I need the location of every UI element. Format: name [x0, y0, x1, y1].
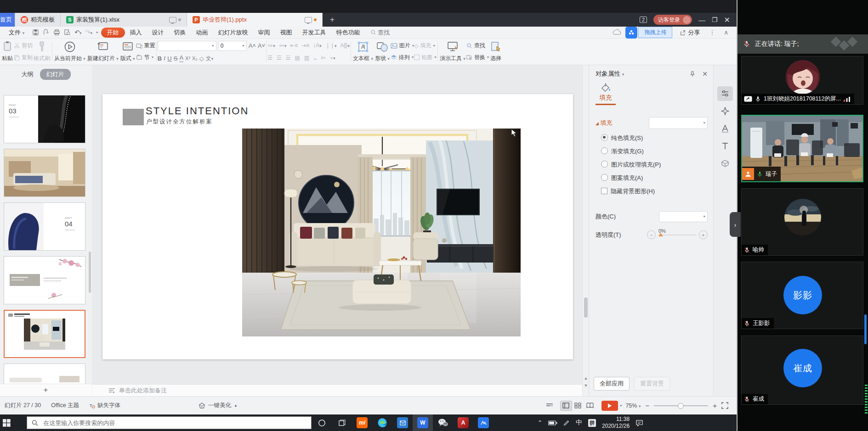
- zoom-in-button[interactable]: +: [713, 402, 717, 409]
- participant-tile-wangyingying[interactable]: 影影 王影影: [741, 262, 863, 329]
- thumbnails-scrollbar[interactable]: [89, 252, 91, 293]
- participant-tile-yushuai[interactable]: 喻帅: [741, 188, 863, 256]
- subscript-button[interactable]: X₂: [192, 56, 198, 61]
- reset-button[interactable]: 重置: [136, 42, 155, 50]
- fill-section-header[interactable]: ◢ 填充: [596, 119, 613, 127]
- restore-button[interactable]: ❐: [712, 16, 718, 23]
- menu-devtools[interactable]: 开发工具: [297, 28, 331, 37]
- indent-button[interactable]: ⇥≡: [301, 42, 309, 49]
- apply-all-button[interactable]: 全部应用: [594, 377, 630, 391]
- drag-upload-tooltip[interactable]: 拖拽上传: [638, 27, 672, 38]
- edge-browser-icon[interactable]: [372, 414, 392, 431]
- canvas-scroll-thumb[interactable]: [584, 297, 588, 318]
- superscript-button[interactable]: X²: [185, 56, 190, 61]
- living-room-photo[interactable]: [242, 129, 521, 336]
- align-left-button[interactable]: ☰: [267, 55, 272, 61]
- fill-option-solid[interactable]: 纯色填充(S): [596, 134, 708, 142]
- clock[interactable]: 11:38 2020/12/26: [602, 416, 630, 430]
- transparency-plus-button[interactable]: +: [699, 230, 708, 239]
- highlight-button[interactable]: ◇: [199, 55, 204, 62]
- outdent-button[interactable]: ⇤≡: [290, 42, 298, 49]
- cloud-sync-icon[interactable]: [613, 29, 622, 36]
- notes-toggle-icon[interactable]: [544, 401, 556, 411]
- undo-button[interactable]: ↶▾: [74, 29, 81, 36]
- theme-name[interactable]: Office 主题: [51, 402, 79, 409]
- tab-xlsx[interactable]: S 家装预算(1).xlsx: [61, 13, 187, 27]
- fill-tab[interactable]: 填充: [596, 83, 616, 105]
- valign-mid-button[interactable]: ⊨: [321, 55, 325, 61]
- strikethrough-button[interactable]: S: [174, 55, 178, 62]
- new-slide-button[interactable]: 新建幻灯片 ▾: [86, 40, 119, 63]
- menu-animation[interactable]: 动画: [191, 28, 213, 37]
- more-font-button[interactable]: 文▾: [206, 55, 214, 62]
- share-button[interactable]: 分享: [688, 28, 700, 37]
- minimize-button[interactable]: —: [698, 16, 705, 24]
- line-spacing-button[interactable]: ↕A▾: [313, 42, 322, 49]
- pin-icon[interactable]: [689, 71, 696, 77]
- wps-app-icon-active[interactable]: W: [413, 414, 433, 431]
- ime-pinyin-icon[interactable]: 拼: [588, 419, 596, 427]
- play-from-current-button[interactable]: 从当前开始 ▾: [53, 40, 86, 63]
- wordart-strip-icon[interactable]: [717, 121, 733, 136]
- menu-review[interactable]: 审阅: [253, 28, 275, 37]
- tray-expand-chevron[interactable]: ⌃: [538, 420, 542, 426]
- properties-strip-icon[interactable]: [717, 86, 733, 101]
- fill-option-pattern[interactable]: 图案填充(A): [596, 174, 708, 182]
- canvas-scrollbar[interactable]: ▲ ▼: [582, 65, 589, 396]
- missing-font-button[interactable]: T 缺失字体: [89, 402, 120, 409]
- slide-subtitle[interactable]: 户型设计全方位解析案: [146, 118, 213, 126]
- wechat-icon[interactable]: [433, 414, 453, 431]
- align-right-button[interactable]: ☱: [286, 55, 291, 61]
- taskbar-search-input[interactable]: [42, 419, 306, 427]
- distribute-button[interactable]: ▥: [304, 55, 309, 61]
- sorter-view-button[interactable]: [572, 401, 584, 411]
- participant-tile-speaking[interactable]: 瑞子: [741, 115, 863, 182]
- notification-center-icon[interactable]: [635, 420, 643, 426]
- print-preview-icon[interactable]: [64, 29, 71, 36]
- shapes-button[interactable]: 形状 ▾: [374, 40, 391, 63]
- outline-tab[interactable]: 大纲: [22, 70, 34, 78]
- transparency-slider-thumb[interactable]: [658, 233, 663, 236]
- notes-bar[interactable]: 单击此处添加备注: [92, 384, 582, 396]
- panel-title[interactable]: 对象属性 ▾: [596, 70, 624, 78]
- ime-language-icon[interactable]: 中: [576, 419, 582, 427]
- color-picker-combo[interactable]: ▾: [659, 211, 708, 222]
- align-center-button[interactable]: ☲: [277, 55, 282, 61]
- redo-button[interactable]: ↷▾: [85, 29, 92, 36]
- menu-design[interactable]: 设计: [147, 28, 169, 37]
- next-slide-button[interactable]: ▼: [583, 383, 589, 388]
- guest-login-button[interactable]: 访客登录: [653, 15, 692, 25]
- muted-mic-icon[interactable]: [743, 40, 750, 48]
- participant-tile-cuicheng[interactable]: 崔成 崔成: [741, 336, 863, 405]
- text-strip-icon[interactable]: [717, 139, 733, 153]
- layout-button[interactable]: 版式 ▾: [119, 40, 136, 63]
- slide-title[interactable]: STYLE INTENTION: [146, 105, 249, 117]
- font-color-button[interactable]: A: [179, 54, 183, 62]
- arrange-button[interactable]: 排列 ▾: [391, 54, 414, 62]
- menu-special[interactable]: 特色功能: [331, 28, 365, 37]
- autodesk-app-icon[interactable]: A: [453, 414, 473, 431]
- window-count-badge[interactable]: 2: [640, 17, 647, 23]
- play-options-chevron[interactable]: ▾: [620, 404, 622, 408]
- italic-button[interactable]: I: [164, 55, 165, 62]
- print-icon[interactable]: [53, 29, 60, 36]
- mail-app-icon[interactable]: [392, 414, 413, 431]
- normal-view-button[interactable]: [560, 401, 572, 411]
- 3d-strip-icon[interactable]: [717, 156, 733, 171]
- menu-home[interactable]: 开始: [101, 28, 125, 38]
- justify-button[interactable]: ▤: [295, 55, 300, 61]
- valign-top-button[interactable]: ⫠: [313, 55, 317, 61]
- font-name-combo[interactable]: ▾: [158, 41, 216, 51]
- more-menu-icon[interactable]: ⋮: [709, 29, 715, 36]
- font-size-combo[interactable]: 0▾: [218, 41, 247, 51]
- zoom-out-button[interactable]: −: [645, 402, 649, 409]
- sidebar-scrollbar-thumb[interactable]: [864, 314, 867, 344]
- beautify-button[interactable]: 一键美化 ▲: [199, 402, 238, 409]
- more-tools-chevron[interactable]: ▾: [96, 31, 98, 34]
- columns-button[interactable]: ❘❘▾: [325, 42, 337, 49]
- cut-button[interactable]: 剪切: [14, 42, 33, 50]
- xiaomi-app-icon[interactable]: mi: [352, 414, 372, 431]
- collapse-panel-tab[interactable]: ›: [730, 212, 741, 237]
- menu-view[interactable]: 视图: [275, 28, 297, 37]
- paste-button[interactable]: 粘贴: [1, 40, 14, 63]
